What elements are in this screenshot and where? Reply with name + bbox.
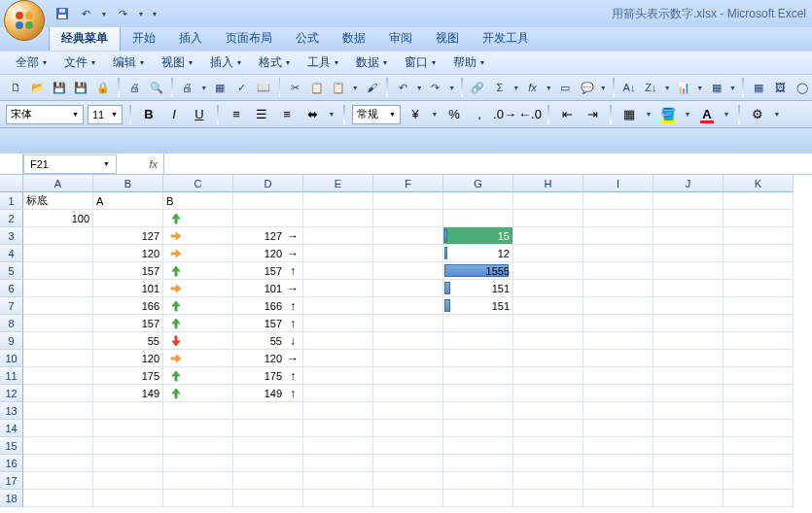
cell-D1[interactable] [233,192,303,210]
menu-format[interactable]: 格式▾ [251,51,298,74]
cell-I5[interactable] [583,262,653,280]
cell-J5[interactable] [653,262,724,280]
comma-icon[interactable]: , [469,104,490,125]
row-header[interactable]: 6 [0,280,23,297]
cut-icon[interactable]: ✂ [285,77,304,98]
cell-G3[interactable]: 15 [443,227,513,245]
currency-dropdown[interactable]: ▼ [430,111,440,118]
row-header[interactable]: 4 [0,245,23,262]
cell-G16[interactable] [443,455,513,472]
cell-F2[interactable] [373,210,443,227]
function-dropdown[interactable]: ▼ [545,85,553,91]
cell-D16[interactable] [233,455,303,472]
cell-F1[interactable] [373,192,443,210]
align-right-icon[interactable]: ≡ [276,104,298,125]
cell-J11[interactable] [653,367,724,385]
cell-F7[interactable] [373,297,443,315]
borders-dropdown[interactable]: ▼ [644,111,653,118]
cell-A14[interactable] [23,420,93,437]
cell-E6[interactable] [303,280,373,297]
borders-icon[interactable]: ▦ [618,104,640,125]
cell-C5[interactable] [163,262,233,280]
settings-dropdown[interactable]: ▼ [772,111,782,118]
cell-B13[interactable] [93,402,163,420]
cell-A7[interactable] [23,297,93,315]
row-header[interactable]: 12 [0,385,23,402]
cell-H13[interactable] [513,402,583,420]
cell-E16[interactable] [303,455,373,472]
cell-K1[interactable] [724,192,794,210]
cell-A15[interactable] [23,437,93,455]
cell-F6[interactable] [373,280,443,297]
cell-E7[interactable] [303,297,373,315]
cell-K13[interactable] [724,402,794,420]
column-header-K[interactable]: K [724,175,794,192]
cell-J3[interactable] [653,227,724,245]
cell-B3[interactable]: 127 [93,227,163,245]
row-header[interactable]: 18 [0,490,23,507]
cell-I3[interactable] [583,227,653,245]
cell-H5[interactable] [513,262,583,280]
cell-B6[interactable]: 101 [93,280,163,297]
tab-home[interactable]: 开始 [121,26,167,51]
cell-K11[interactable] [724,367,794,385]
cell-F13[interactable] [373,402,443,420]
cell-G4[interactable]: 12 [443,245,513,262]
cell-I11[interactable] [583,367,653,385]
cell-E8[interactable] [303,315,373,332]
cell-F4[interactable] [373,245,443,262]
row-header[interactable]: 2 [0,210,23,227]
redo-icon[interactable]: ↷ [113,4,132,23]
cell-E18[interactable] [303,490,373,507]
cell-I6[interactable] [583,280,653,297]
cell-C15[interactable] [163,437,233,455]
cell-F9[interactable] [373,332,443,350]
currency-icon[interactable]: ¥ [405,104,426,125]
row-header[interactable]: 3 [0,227,23,245]
cell-J9[interactable] [653,332,724,350]
cell-I15[interactable] [583,437,653,455]
cell-A6[interactable] [23,280,93,297]
cell-G5[interactable]: 1555 [443,262,513,280]
align-left-icon[interactable]: ≡ [226,104,247,125]
cell-D8[interactable]: 157↑ [233,315,303,332]
cell-J4[interactable] [653,245,724,262]
cell-I8[interactable] [583,315,653,332]
cell-B16[interactable] [93,455,163,472]
cell-B7[interactable]: 166 [93,297,163,315]
merge-dropdown[interactable]: ▼ [327,111,336,118]
sort-asc-icon[interactable]: A↓ [619,77,639,98]
cell-D10[interactable]: 120→ [233,350,303,367]
cell-G1[interactable] [443,192,513,210]
cell-B15[interactable] [93,437,163,455]
fill-dropdown[interactable]: ▼ [683,111,692,118]
menu-window[interactable]: 窗口▾ [397,51,443,74]
cell-K12[interactable] [724,385,794,402]
inc-decimal-icon[interactable]: .0→ [494,104,515,125]
dec-indent-icon[interactable]: ⇤ [556,104,578,125]
saveas-icon[interactable]: 💾 [71,77,90,98]
cell-D11[interactable]: 175↑ [233,367,303,385]
chart-icon[interactable]: 📊 [674,77,693,98]
italic-button[interactable]: I [163,104,185,125]
sort-desc-icon[interactable]: Z↓ [641,77,660,98]
dec-decimal-icon[interactable]: ←.0 [519,104,541,125]
cell-A16[interactable] [23,455,93,472]
cell-K5[interactable] [724,262,794,280]
cell-E3[interactable] [303,227,373,245]
cell-E1[interactable] [303,192,373,210]
redo-dropdown[interactable]: ▼ [136,11,146,17]
cell-C17[interactable] [163,472,233,490]
cell-C8[interactable] [163,315,233,332]
cell-G6[interactable]: 151 [443,280,513,297]
cell-K9[interactable] [724,332,794,350]
cell-E10[interactable] [303,350,373,367]
cell-C12[interactable] [163,385,233,402]
column-header-B[interactable]: B [93,175,163,192]
cell-G18[interactable] [443,490,513,507]
cell-F18[interactable] [373,490,443,507]
cell-D18[interactable] [233,490,303,507]
cell-E5[interactable] [303,262,373,280]
cell-D13[interactable] [233,402,303,420]
cell-I7[interactable] [583,297,653,315]
